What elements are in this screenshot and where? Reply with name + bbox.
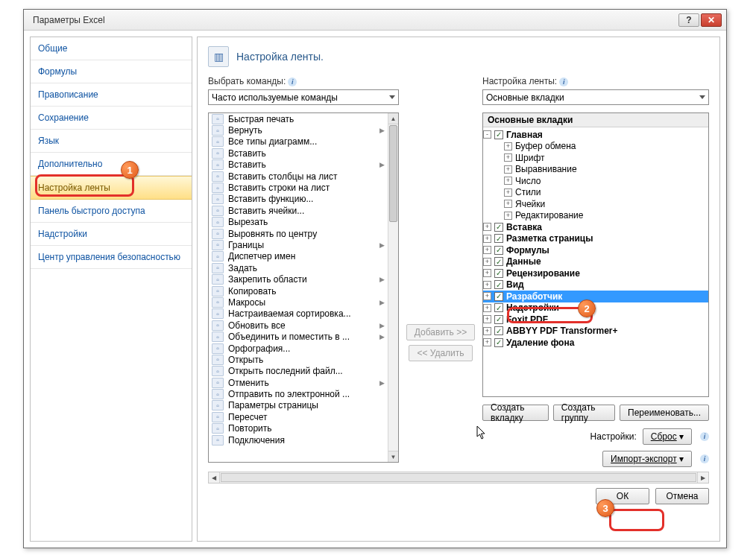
expand-icon[interactable]: + [483,315,491,323]
expand-icon[interactable]: + [483,338,491,346]
info-icon[interactable]: i [700,432,709,441]
checkbox[interactable]: ✓ [494,303,503,312]
info-icon[interactable]: i [700,454,709,463]
tree-tab[interactable]: +✓Рецензирование [483,267,708,279]
expand-icon[interactable]: + [504,212,512,220]
tree-group[interactable]: +Число [483,175,708,187]
sidebar-item-proofing[interactable]: Правописание [31,83,192,107]
reset-dropdown[interactable]: Сброс ▾ [643,428,692,445]
new-group-button[interactable]: Создать группу [553,405,615,421]
expand-icon[interactable]: + [483,327,491,335]
tree-group[interactable]: +Буфер обмена [483,141,708,153]
cancel-button[interactable]: Отмена [655,488,709,504]
checkbox[interactable]: ✓ [494,223,503,232]
choose-commands-select[interactable]: Часто используемые команды [208,89,399,105]
tree-tab[interactable]: +✓Foxit PDF [483,314,708,326]
remove-button[interactable]: << Удалить [409,345,472,361]
sidebar-item-trust-center[interactable]: Центр управления безопасностью [31,246,192,269]
close-button[interactable]: ✕ [701,13,722,27]
command-item[interactable]: ▫Вставить функцию... [209,194,388,205]
command-item[interactable]: ▫Объединить и поместить в ...▶ [209,331,388,342]
command-item[interactable]: ▫Обновить все▶ [209,320,388,331]
expand-icon[interactable]: + [483,304,491,312]
expand-icon[interactable]: + [504,177,512,185]
expand-icon[interactable]: + [483,292,491,300]
command-item[interactable]: ▫Вставить▶ [209,159,388,171]
command-item[interactable]: ▫Отменить▶ [209,377,388,388]
command-item[interactable]: ▫Быстрая печать [209,113,388,124]
command-item[interactable]: ▫Орфография... [209,343,388,354]
scroll-down-icon[interactable]: ▼ [388,451,398,462]
command-item[interactable]: ▫Диспетчер имен [209,251,388,262]
command-item[interactable]: ▫Вставить столбцы на лист [209,171,388,182]
command-item[interactable]: ▫Макросы▶ [209,297,388,308]
tree-group[interactable]: +Ячейки [483,198,708,210]
checkbox[interactable]: ✓ [494,338,503,347]
ribbon-tabs-select[interactable]: Основные вкладки [482,89,709,105]
sidebar-item-addins[interactable]: Надстройки [31,223,192,246]
command-item[interactable]: ▫Открыть последний файл... [209,366,388,377]
import-export-dropdown[interactable]: Импорт-экспорт ▾ [602,451,692,467]
command-item[interactable]: ▫Вставить [209,148,388,159]
command-item[interactable]: ▫Копировать [209,285,388,297]
ok-button[interactable]: ОК [596,488,649,504]
expand-icon[interactable]: + [483,258,491,266]
tree-group[interactable]: +Редактирование [483,210,708,222]
command-item[interactable]: ▫Все типы диаграмм... [209,136,388,148]
tree-tab[interactable]: +✓Данные [483,256,708,268]
info-icon[interactable]: i [559,77,568,86]
sidebar-item-language[interactable]: Язык [31,130,192,153]
expand-icon[interactable]: + [483,246,491,254]
sidebar-item-save[interactable]: Сохранение [31,107,192,130]
checkbox[interactable]: ✓ [494,326,503,335]
command-item[interactable]: ▫Закрепить области▶ [209,273,388,285]
scroll-right-icon[interactable]: ▶ [697,472,708,483]
checkbox[interactable]: ✓ [494,246,503,255]
ribbon-tree[interactable]: Основные вкладки -✓Главная+Буфер обмена+… [482,112,709,397]
command-item[interactable]: ▫Задать [209,262,388,273]
command-item[interactable]: ▫Вырезать [209,217,388,228]
tree-tab[interactable]: +✓Формулы [483,244,708,256]
scroll-thumb[interactable] [389,125,397,222]
sidebar-item-customize-ribbon[interactable]: Настройка ленты [31,176,192,200]
expand-icon[interactable]: + [483,281,491,289]
tree-tab[interactable]: +✓Вид [483,279,708,291]
tree-tab[interactable]: +✓ABBYY PDF Transformer+ [483,326,708,337]
horizontal-scrollbar[interactable]: ◀ ▶ [208,472,709,484]
scroll-left-icon[interactable]: ◀ [209,472,220,483]
expand-icon[interactable]: + [483,269,491,277]
command-item[interactable]: ▫Вставить ячейки... [209,205,388,216]
command-item[interactable]: ▫Границы▶ [209,239,388,250]
expand-icon[interactable]: + [504,153,512,162]
expand-icon[interactable]: + [504,188,512,197]
command-item[interactable]: ▫Повторить [209,423,388,434]
tree-tab-developer[interactable]: +✓Разработчик [483,291,708,302]
checkbox[interactable]: ✓ [494,234,503,243]
h-scroll-thumb[interactable] [221,473,696,482]
command-item[interactable]: ▫Открыть [209,354,388,365]
tree-tab[interactable]: +✓Надстройки [483,302,708,314]
expand-icon[interactable]: + [504,165,512,174]
checkbox[interactable]: ✓ [494,280,503,289]
tree-group[interactable]: +Шрифт [483,152,708,164]
scroll-up-icon[interactable]: ▲ [388,113,398,124]
collapse-icon[interactable]: - [483,130,491,139]
command-item[interactable]: ▫Вставить строки на лист [209,182,388,193]
sidebar-item-quick-access[interactable]: Панель быстрого доступа [31,200,192,223]
checkbox[interactable]: ✓ [494,130,503,139]
tree-tab-home[interactable]: -✓Главная [483,129,708,141]
commands-scrollbar[interactable]: ▲ ▼ [388,113,398,462]
expand-icon[interactable]: + [504,200,512,208]
tree-tab[interactable]: +✓Удаление фона [483,337,708,349]
tree-tab[interactable]: +✓Разметка страницы [483,233,708,245]
checkbox[interactable]: ✓ [494,269,503,278]
expand-icon[interactable]: + [504,142,512,150]
expand-icon[interactable]: + [483,235,491,243]
commands-listbox[interactable]: ▫Быстрая печать▫Вернуть▶▫Все типы диагра… [208,112,399,463]
command-item[interactable]: ▫Настраиваемая сортировка... [209,308,388,320]
checkbox[interactable]: ✓ [494,315,503,324]
new-tab-button[interactable]: Создать вкладку [482,405,549,421]
expand-icon[interactable]: + [483,223,491,231]
checkbox[interactable]: ✓ [494,257,503,266]
command-item[interactable]: ▫Пересчет [209,411,388,422]
